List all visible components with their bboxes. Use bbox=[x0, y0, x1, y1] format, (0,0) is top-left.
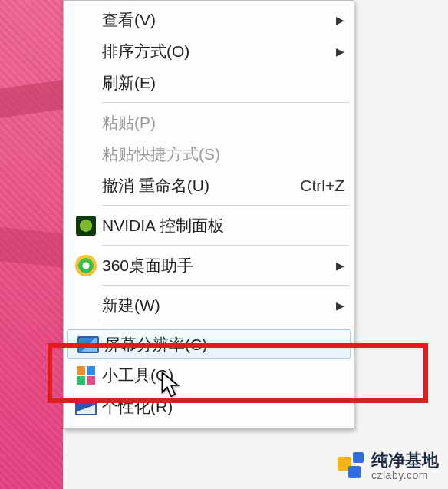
submenu-arrow-icon: ▶ bbox=[336, 299, 344, 312]
menu-item-icon-slot bbox=[70, 142, 102, 167]
menu-separator bbox=[102, 325, 349, 325]
menu-item[interactable]: 查看(V)▶ bbox=[65, 4, 352, 35]
menu-item[interactable]: 排序方式(O)▶ bbox=[65, 35, 352, 67]
menu-item-icon-slot bbox=[70, 395, 102, 419]
360-icon bbox=[75, 255, 97, 276]
menu-item: 粘贴(P) bbox=[65, 107, 352, 138]
nvidia-icon bbox=[76, 216, 96, 236]
menu-item-label: 粘贴(P) bbox=[102, 112, 344, 134]
menu-separator bbox=[102, 205, 349, 206]
menu-item[interactable]: 个性化(R) bbox=[65, 391, 352, 422]
watermark-logo-icon bbox=[338, 452, 365, 480]
watermark-title: 纯净基地 bbox=[371, 451, 439, 469]
menu-item-icon-slot bbox=[70, 213, 102, 238]
desktop-wallpaper bbox=[0, 0, 63, 489]
menu-separator bbox=[102, 285, 349, 286]
menu-item[interactable]: 360桌面助手▶ bbox=[65, 249, 352, 281]
menu-item-icon-slot bbox=[70, 363, 102, 388]
watermark: 纯净基地 czlaby.com bbox=[338, 451, 439, 481]
menu-item-label: 小工具(G) bbox=[102, 365, 344, 386]
desktop-context-menu: 查看(V)▶排序方式(O)▶刷新(E)粘贴(P)粘贴快捷方式(S)撤消 重命名(… bbox=[63, 0, 354, 429]
menu-item-shortcut: Ctrl+Z bbox=[300, 177, 344, 195]
menu-item-icon-slot bbox=[72, 332, 104, 357]
personalize-icon bbox=[75, 398, 97, 415]
watermark-url: czlaby.com bbox=[371, 469, 439, 481]
menu-item-icon-slot bbox=[70, 39, 102, 64]
menu-item[interactable]: 小工具(G) bbox=[65, 359, 352, 391]
menu-item-label: 粘贴快捷方式(S) bbox=[102, 144, 344, 165]
submenu-arrow-icon: ▶ bbox=[336, 259, 344, 272]
menu-separator bbox=[102, 102, 349, 103]
menu-item-icon-slot bbox=[70, 71, 102, 95]
menu-item[interactable]: 屏幕分辨率(C) bbox=[67, 329, 351, 359]
menu-item-label: 360桌面助手 bbox=[102, 255, 336, 276]
menu-item: 粘贴快捷方式(S) bbox=[65, 138, 352, 170]
menu-item[interactable]: 撤消 重命名(U)Ctrl+Z bbox=[65, 170, 352, 201]
menu-item-label: 排序方式(O) bbox=[102, 41, 336, 62]
menu-item-icon-slot bbox=[70, 253, 102, 278]
submenu-arrow-icon: ▶ bbox=[336, 45, 344, 58]
menu-separator bbox=[102, 245, 349, 246]
menu-item-label: 新建(W) bbox=[102, 295, 336, 316]
menu-item-label: 查看(V) bbox=[102, 9, 336, 31]
menu-item[interactable]: NVIDIA 控制面板 bbox=[65, 210, 352, 241]
menu-item[interactable]: 新建(W)▶ bbox=[65, 289, 352, 321]
menu-item-icon-slot bbox=[70, 8, 102, 32]
gadgets-icon bbox=[77, 366, 95, 385]
monitor-icon bbox=[77, 336, 99, 353]
menu-item-label: 撤消 重命名(U) bbox=[102, 175, 286, 197]
submenu-arrow-icon: ▶ bbox=[336, 14, 344, 26]
menu-item-icon-slot bbox=[70, 293, 102, 318]
menu-item-label: 个性化(R) bbox=[102, 396, 344, 418]
menu-item-label: NVIDIA 控制面板 bbox=[102, 215, 344, 236]
menu-item[interactable]: 刷新(E) bbox=[65, 67, 352, 98]
menu-item-label: 刷新(E) bbox=[102, 72, 344, 94]
menu-item-icon-slot bbox=[70, 173, 102, 198]
menu-item-icon-slot bbox=[70, 111, 102, 135]
menu-item-label: 屏幕分辨率(C) bbox=[104, 334, 342, 355]
